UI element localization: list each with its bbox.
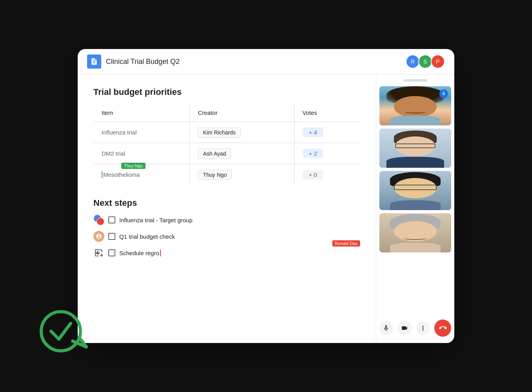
avatar-small-3 (93, 231, 104, 242)
list-item: Influenza trial - Target group (93, 214, 360, 225)
step-checkbox[interactable] (108, 216, 115, 223)
panel-handle (404, 79, 427, 82)
step-text: Schedule regro (119, 250, 161, 256)
table-row: Influenza trial Kim Richards + 4 (94, 122, 360, 143)
more-options-button[interactable] (416, 321, 430, 335)
camera-button[interactable] (398, 321, 412, 335)
col-item: Item (94, 104, 190, 122)
vote-badge[interactable]: + 4 (302, 127, 323, 137)
item-cell: Influenza trial (94, 122, 190, 143)
table-header-row: Item Creator Votes (94, 104, 360, 122)
end-call-button[interactable] (434, 319, 451, 337)
item-cell: DM2 trial (94, 143, 190, 164)
next-steps-list: Influenza trial - Target group Q1 trial … (93, 214, 360, 258)
avatar-small-2 (97, 218, 104, 225)
participant-face-3 (379, 171, 451, 210)
video-tile-2[interactable] (379, 129, 451, 168)
creator-cell: Kim Richards (190, 122, 294, 143)
video-tile-1[interactable] (379, 86, 451, 125)
budget-table: Item Creator Votes Influenza trial Kim R… (93, 103, 360, 185)
active-mic-badge (439, 89, 448, 98)
screen-wrapper: Clinical Trial Budget Q2 R S P Trial bud… (0, 0, 532, 392)
svg-point-0 (41, 312, 80, 351)
doc-area: Trial budget priorities Item Creator Vot… (78, 74, 376, 343)
participant-face-4 (379, 213, 451, 252)
votes-cell: + 4 (294, 122, 360, 143)
svg-point-3 (97, 251, 98, 252)
green-check-icon (39, 302, 90, 353)
vote-badge-grey[interactable]: + 0 (302, 170, 323, 180)
header-title: Clinical Trial Budget Q2 (106, 58, 403, 66)
document-icon (90, 58, 98, 65)
avatar-p[interactable]: P (431, 54, 445, 69)
votes-cell: + 0 (294, 164, 360, 185)
table-row: Thuy Ngo Mesothelioma Thuy Ngo + 0 (94, 164, 360, 185)
table-row: DM2 trial Ash Ayad + 2 (94, 143, 360, 164)
step-text: Q1 trial budget check (119, 233, 175, 240)
step-checkbox[interactable] (108, 249, 115, 256)
avatar-r[interactable]: R (406, 54, 420, 69)
next-steps-title: Next steps (93, 198, 360, 208)
next-steps-section: Next steps Influenza trial - Target grou… (93, 198, 360, 258)
avatar-group: R S P (407, 54, 445, 69)
video-tile-3[interactable] (379, 171, 451, 210)
vote-badge[interactable]: + 2 (302, 149, 323, 158)
add-task-icon (93, 247, 104, 258)
step-checkbox[interactable] (108, 233, 115, 240)
participant-face-2 (379, 129, 451, 168)
creator-cell: Ash Ayad (190, 143, 294, 164)
video-controls (379, 316, 451, 338)
budget-section: Trial budget priorities Item Creator Vot… (93, 87, 360, 185)
list-item: Q1 trial budget check (93, 231, 360, 242)
col-votes: Votes (294, 104, 360, 122)
votes-cell: + 2 (294, 143, 360, 164)
header: Clinical Trial Budget Q2 R S P (78, 49, 454, 74)
step-text-wrapper: Ronald Das Schedule regro (119, 250, 360, 256)
video-tile-4[interactable] (379, 213, 451, 252)
col-creator: Creator (190, 104, 294, 122)
avatar-s[interactable]: S (418, 54, 432, 69)
app-icon (87, 54, 101, 69)
item-cell: Thuy Ngo Mesothelioma (94, 164, 190, 185)
step-text: Influenza trial - Target group (119, 217, 193, 223)
budget-section-title: Trial budget priorities (93, 87, 360, 97)
double-avatar (93, 214, 104, 225)
list-item: Ronald Das Schedule regro (93, 247, 360, 258)
mic-button[interactable] (379, 321, 393, 335)
video-panel (376, 74, 454, 343)
body-area: Trial budget priorities Item Creator Vot… (78, 74, 454, 343)
main-window: Clinical Trial Budget Q2 R S P Trial bud… (78, 49, 454, 343)
creator-cell: Thuy Ngo (190, 164, 294, 185)
